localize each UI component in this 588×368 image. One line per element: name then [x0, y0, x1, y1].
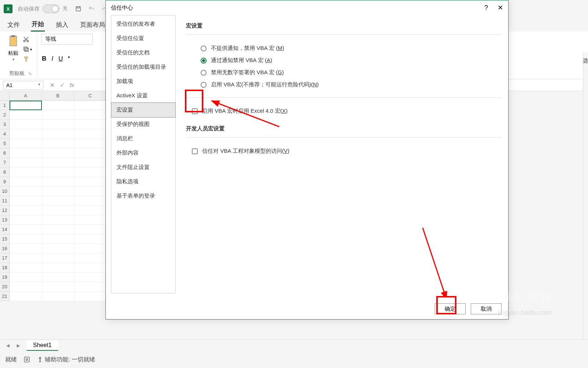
cell[interactable]: [10, 167, 42, 177]
macro-radio-option[interactable]: 启用 VBA 宏(不推荐；可能运行危险代码)(N): [186, 79, 502, 91]
undo-icon[interactable]: [88, 6, 95, 12]
sheet-tab[interactable]: Sheet1: [26, 340, 58, 351]
cell[interactable]: [74, 187, 107, 196]
macro-radio-option[interactable]: 通过通知禁用 VBA 宏 (A): [186, 54, 502, 66]
sidebar-item[interactable]: 受信任位置: [111, 31, 175, 46]
row-header[interactable]: 14: [0, 225, 10, 234]
cell[interactable]: [42, 234, 74, 244]
checkbox-icon[interactable]: [192, 148, 198, 154]
cell[interactable]: [42, 244, 74, 253]
sidebar-item[interactable]: 受信任的文档: [111, 46, 175, 60]
cell[interactable]: [42, 187, 74, 196]
cell[interactable]: [10, 273, 42, 282]
tab-file[interactable]: 文件: [7, 18, 21, 31]
row-header[interactable]: 3: [0, 120, 10, 129]
cell[interactable]: [42, 120, 74, 129]
toggle-switch[interactable]: [43, 4, 60, 13]
save-icon[interactable]: [75, 6, 82, 12]
cell[interactable]: [74, 206, 107, 215]
cell[interactable]: [74, 292, 107, 301]
cell[interactable]: [10, 225, 42, 234]
cell[interactable]: [74, 234, 107, 244]
cell[interactable]: [42, 206, 74, 215]
row-header[interactable]: 11: [0, 196, 10, 206]
confirm-formula-icon[interactable]: ✓: [60, 82, 65, 89]
cell[interactable]: [10, 129, 42, 139]
cell[interactable]: [74, 273, 107, 282]
cell[interactable]: [10, 196, 42, 206]
cell[interactable]: [42, 101, 74, 110]
cell[interactable]: [42, 139, 74, 148]
cell[interactable]: [42, 263, 74, 273]
cell[interactable]: [10, 244, 42, 253]
cell[interactable]: [74, 167, 107, 177]
trust-vba-project-checkbox-row[interactable]: 信任对 VBA 工程对象模型的访问(V): [186, 145, 502, 157]
cell[interactable]: [42, 282, 74, 292]
macro-radio-option[interactable]: 禁用无数字签署的 VBA 宏 (G): [186, 66, 502, 79]
autosave-toggle[interactable]: 自动保存 关: [18, 4, 68, 13]
bold-button[interactable]: B: [42, 55, 46, 62]
sidebar-item[interactable]: 隐私选项: [111, 174, 175, 189]
stats-icon[interactable]: [24, 356, 30, 363]
cut-icon[interactable]: [23, 35, 29, 43]
sidebar-item[interactable]: 受信任的发布者: [111, 17, 175, 31]
help-button[interactable]: ?: [484, 4, 488, 12]
cell[interactable]: [10, 177, 42, 187]
cell[interactable]: [10, 110, 42, 120]
cell[interactable]: [10, 120, 42, 129]
row-header[interactable]: 2: [0, 110, 10, 120]
cell[interactable]: [74, 148, 107, 158]
format-painter-icon[interactable]: [23, 55, 29, 63]
close-button[interactable]: ✕: [498, 4, 503, 12]
cell[interactable]: [42, 177, 74, 187]
underline-button[interactable]: U: [58, 55, 63, 62]
cell[interactable]: [10, 101, 42, 110]
radio-icon[interactable]: [201, 82, 207, 88]
cell[interactable]: [42, 196, 74, 206]
cell[interactable]: [74, 120, 107, 129]
macro-radio-option[interactable]: 不提供通知，禁用 VBA 宏 (M): [186, 42, 502, 54]
cell[interactable]: [42, 253, 74, 263]
chevron-down-icon[interactable]: ▾: [68, 55, 70, 62]
cell[interactable]: [10, 158, 42, 167]
cell[interactable]: [74, 129, 107, 139]
sidebar-item[interactable]: 基于表单的登录: [111, 189, 175, 203]
sidebar-item[interactable]: 消息栏: [111, 131, 175, 146]
radio-icon[interactable]: [201, 58, 207, 64]
cell[interactable]: [10, 148, 42, 158]
fx-icon[interactable]: fx: [70, 82, 74, 89]
row-header[interactable]: 9: [0, 177, 10, 187]
copy-icon[interactable]: [23, 46, 29, 53]
cell[interactable]: [74, 215, 107, 225]
checkbox-icon[interactable]: [192, 108, 198, 114]
cell[interactable]: [74, 196, 107, 206]
sheet-nav-next-icon[interactable]: ►: [16, 342, 21, 349]
cell[interactable]: [10, 253, 42, 263]
name-box[interactable]: A1▾: [3, 81, 43, 90]
cell[interactable]: [74, 263, 107, 273]
cell[interactable]: [10, 263, 42, 273]
ok-button[interactable]: 确定: [435, 303, 466, 314]
cell[interactable]: [10, 206, 42, 215]
paste-button[interactable]: 粘贴 ▾: [7, 34, 19, 65]
row-header[interactable]: 8: [0, 167, 10, 177]
radio-icon[interactable]: [201, 46, 207, 51]
select-all-corner[interactable]: [0, 91, 10, 101]
row-header[interactable]: 17: [0, 253, 10, 263]
cell[interactable]: [74, 139, 107, 148]
cell[interactable]: [42, 292, 74, 301]
sidebar-item[interactable]: 文件阻止设置: [111, 160, 175, 174]
col-header[interactable]: A: [10, 91, 42, 101]
row-header[interactable]: 12: [0, 206, 10, 215]
cell[interactable]: [74, 282, 107, 292]
row-header[interactable]: 5: [0, 139, 10, 148]
row-header[interactable]: 18: [0, 263, 10, 273]
sidebar-item[interactable]: 受保护的视图: [111, 117, 175, 131]
row-header[interactable]: 4: [0, 129, 10, 139]
cell[interactable]: [74, 177, 107, 187]
cell[interactable]: [74, 225, 107, 234]
cell[interactable]: [74, 158, 107, 167]
tab-home[interactable]: 开始: [31, 18, 45, 32]
cell[interactable]: [74, 101, 107, 110]
row-header[interactable]: 19: [0, 273, 10, 282]
